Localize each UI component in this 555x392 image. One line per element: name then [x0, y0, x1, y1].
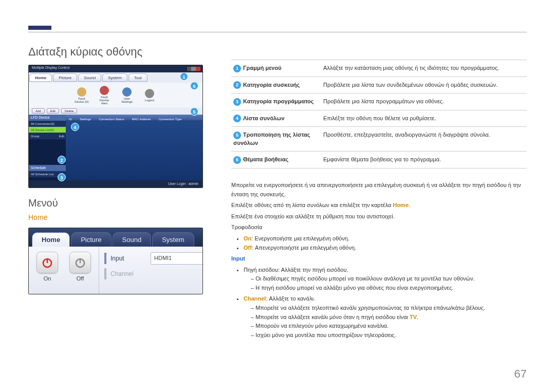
row-label: Κατηγορία συσκευής	[243, 82, 300, 88]
badge-1: 1	[180, 72, 188, 81]
off-label: Off	[66, 275, 95, 282]
input-field-row: Input HDMI1	[99, 251, 203, 266]
s2-tab-home[interactable]: Home	[32, 232, 70, 247]
s2-tab-sound[interactable]: Sound	[113, 232, 152, 247]
li-input-s1: Οι διαθέσιμες πηγές εισόδου μπορεί να πο…	[251, 274, 527, 284]
badge-3: 3	[58, 173, 66, 181]
num-2: 2	[233, 81, 241, 89]
lp-schedule-header: Schedule	[29, 165, 66, 171]
page-number: 67	[514, 367, 527, 381]
p1: Μπορείτε να ενεργοποιήσετε ή να απενεργο…	[231, 181, 527, 199]
row-desc: Αλλάξτε την κατάσταση μιας οθόνης ή τις …	[321, 60, 527, 77]
toolbar-fault-alert[interactable]: Fault Device Alert	[97, 86, 112, 105]
action-row: Add Edit Delete	[29, 107, 202, 115]
lp-item-active[interactable]: All Device List(0)	[29, 127, 66, 133]
lp-header: LFD Device	[29, 115, 66, 121]
delete-button[interactable]: Delete	[61, 108, 77, 114]
tabs-row: Home Picture Sound System Tool	[29, 72, 202, 83]
num-5: 5	[233, 132, 241, 139]
ch-s1: Μπορείτε να αλλάξετε τηλεοπτικό κανάλι χ…	[251, 304, 527, 313]
li-on: On: Ενεργοποιήστε μια επιλεγμένη οθόνη.	[244, 234, 527, 244]
badge-6: 6	[190, 82, 198, 90]
section-title: Διάταξη κύριας οθόνης	[28, 45, 203, 59]
main-panel: ID Settings Connection Status MAC Addres…	[66, 115, 202, 188]
input-label: Input	[110, 255, 151, 262]
input-value[interactable]: HDMI1	[151, 252, 203, 265]
row-desc: Προβάλετε μια λίστα προγραμμάτων για οθό…	[321, 94, 527, 110]
s2-tab-picture[interactable]: Picture	[71, 232, 111, 247]
li-channel: Channel: Αλλάξτε το κανάλι. Μπορείτε να …	[244, 294, 527, 340]
channel-field-row: Channel	[99, 266, 203, 282]
prose-block: Μπορείτε να ενεργοποιήσετε ή να απενεργο…	[231, 181, 527, 340]
badge-5: 5	[190, 107, 198, 116]
toolbar-fault-device[interactable]: Fault Device (0)	[74, 87, 89, 103]
toolbar-logout[interactable]: Logout	[142, 89, 157, 102]
table-header: ID Settings Connection Status MAC Addres…	[66, 115, 202, 121]
on-label: On	[33, 275, 62, 282]
p3: Επιλέξτε ένα στοιχείο και αλλάξτε τη ρύθ…	[231, 212, 527, 221]
tab-sound[interactable]: Sound	[78, 73, 101, 82]
ch-s3: Μπορούν να επιλεγούν μόνο καταχωρημένα κ…	[251, 322, 527, 331]
tab-tool[interactable]: Tool	[128, 73, 147, 82]
li-input-s2: Η πηγή εισόδου μπορεί να αλλάξει μόνο γι…	[251, 284, 527, 293]
badge-2: 2	[58, 156, 66, 164]
accent-bar	[104, 253, 106, 264]
edit-button[interactable]: Edit	[47, 108, 59, 114]
accent-bar-dim	[104, 268, 106, 279]
header-line	[28, 32, 527, 32]
p4: Τροφοδοσία	[231, 223, 527, 232]
lp-group[interactable]: Group Edit	[29, 133, 66, 139]
row-label: Λίστα συνόλων	[243, 115, 285, 121]
tab-picture[interactable]: Picture	[53, 73, 77, 82]
row-label: Γραμμή μενού	[243, 65, 282, 71]
row-desc: Επιλέξτε την οθόνη που θέλετε να ρυθμίσε…	[321, 110, 527, 127]
channel-label: Channel	[110, 270, 151, 277]
row-desc: Εμφανίστε θέματα βοήθειας για το πρόγραμ…	[321, 152, 527, 169]
li-input: Πηγή εισόδου: Αλλάξτε την πηγή εισόδου. …	[244, 266, 527, 293]
power-off-button[interactable]: Off	[66, 252, 95, 282]
lp-item[interactable]: All Connection(0)	[29, 121, 66, 127]
row-label: Θέματα βοήθειας	[243, 156, 288, 162]
screenshot-main-layout: Multiple Display Control Home Picture So…	[28, 65, 203, 188]
tab-system[interactable]: System	[102, 73, 127, 82]
num-1: 1	[233, 65, 241, 72]
row-desc: Προβάλετε μια λίστα των συνδεδεμένων οθο…	[321, 77, 527, 94]
ch-s4: Ισχύει μόνο για μοντέλα που υποστηρίζουν…	[251, 331, 527, 340]
ch-s2: Μπορείτε να αλλάξετε κανάλι μόνο όταν η …	[251, 313, 527, 322]
status-bar: User Login : admin	[29, 180, 202, 188]
input-heading: Input	[231, 254, 527, 264]
p2: Επιλέξτε οθόνες από τη λίστα συνόλων και…	[231, 201, 527, 210]
badge-4: 4	[71, 123, 79, 131]
row-label: Τροποποίηση της λίστας συνόλων	[233, 132, 310, 146]
row-label: Κατηγορία προγράμματος	[243, 98, 314, 104]
num-6: 6	[233, 156, 241, 164]
toolbar-user-settings[interactable]: User Settings	[119, 87, 135, 103]
num-4: 4	[233, 115, 241, 122]
toolbar: Fault Device (0) Fault Device Alert User…	[29, 83, 202, 107]
s2-tab-system[interactable]: System	[152, 232, 194, 247]
menu-title: Μενού	[28, 197, 203, 209]
tab-home[interactable]: Home	[29, 73, 52, 82]
row-desc: Προσθέστε, επεξεργαστείτε, αναδιοργανώστ…	[321, 127, 527, 152]
li-off: Off: Απενεργοποιήστε μια επιλεγμένη οθόν…	[244, 244, 527, 253]
home-subtitle: Home	[28, 213, 203, 221]
window-title: Multiple Display Control	[32, 66, 70, 69]
num-3: 3	[233, 98, 241, 106]
screenshot-home-tab: Home Picture Sound System On Off	[28, 228, 203, 294]
definitions-table: 1Γραμμή μενούΑλλάξτε την κατάσταση μιας …	[231, 60, 527, 169]
header-accent	[28, 26, 51, 30]
add-button[interactable]: Add	[32, 108, 45, 114]
power-on-button[interactable]: On	[33, 252, 62, 282]
